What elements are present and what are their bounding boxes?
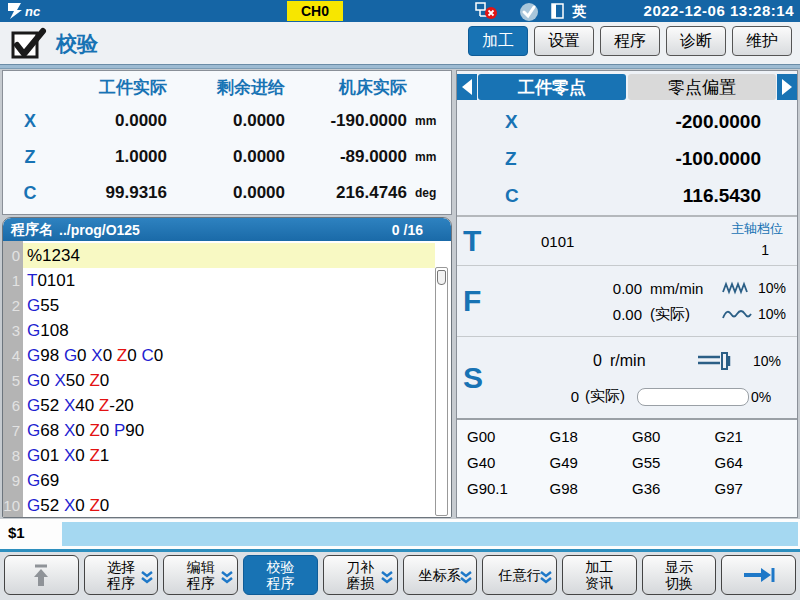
feed-row: F 0.00 mm/min 10% 0.00 (实际) 10% <box>457 265 797 336</box>
col-header-machine-actual: 机床实际 <box>291 76 413 99</box>
scrollbar-thumb[interactable] <box>437 270 446 285</box>
spindle-gear-value: 1 <box>731 242 783 258</box>
tool-row: T 0101 主轴档位 1 <box>457 215 797 265</box>
program-line-counter: 0 /16 <box>392 222 451 238</box>
program-line[interactable]: 0 %1234 <box>3 243 435 268</box>
program-line[interactable]: 1 T0101 <box>3 268 435 293</box>
mdi-input[interactable] <box>62 522 798 546</box>
datetime-display: 2022-12-06 13:28:14 <box>644 2 794 19</box>
svg-text:nc: nc <box>25 4 41 19</box>
modal-gcode: G97 <box>715 480 798 506</box>
tab-work-zero[interactable]: 工件零点 <box>478 74 626 100</box>
modal-gcode-panel: G00G18G80G21G40G49G55G64G90.1G98G36G97 <box>457 418 797 517</box>
softkey-return[interactable] <box>4 555 79 595</box>
spindle-override-icon <box>696 352 740 370</box>
program-path: ../prog/O125 <box>53 222 140 238</box>
modal-gcode: G21 <box>715 428 798 454</box>
feed-letter: F <box>457 284 507 318</box>
spindle-letter: S <box>457 361 507 395</box>
title-bar: 校验 加工设置程序诊断维护 <box>0 22 800 64</box>
program-name-label: 程序名 <box>3 221 53 239</box>
verify-check-icon <box>10 27 48 65</box>
col-header-work-actual: 工件实际 <box>57 76 173 99</box>
program-line[interactable]: 7 G68 X0 Z0 P90 <box>3 418 435 443</box>
chevron-down-icon <box>220 571 234 589</box>
program-line[interactable]: 8 G01 X0 Z1 <box>3 443 435 468</box>
spindle-gear-label: 主轴档位 <box>731 220 783 238</box>
softkey-bar: 选择程序 编辑程序 校验程序刀补磨损 坐标系 任意行 加工资讯显示切换 <box>0 552 800 600</box>
ime-indicator-icon <box>551 3 564 23</box>
feed-line: 0.00 mm/min 10% <box>507 275 800 301</box>
zero-row-Z: Z -100.0000 <box>457 140 797 177</box>
feed-override-percent: 10% <box>758 280 800 296</box>
program-line[interactable]: 5 G0 X50 Z0 <box>3 368 435 393</box>
command-bar: $1 <box>0 519 800 549</box>
modal-gcode: G64 <box>715 454 798 480</box>
chevron-down-icon <box>539 571 553 589</box>
feed-actual-wave-icon <box>722 307 758 321</box>
spindle-gear-block: 主轴档位 1 <box>731 220 783 258</box>
modal-gcode: G00 <box>467 428 550 454</box>
spindle-load-percent: 0% <box>749 389 771 405</box>
tab-zero-offset[interactable]: 零点偏置 <box>628 74 776 100</box>
modal-gcode: G90.1 <box>467 480 550 506</box>
channel-prompt: $1 <box>8 524 25 541</box>
program-line[interactable]: 6 G52 X40 Z-20 <box>3 393 435 418</box>
program-line[interactable]: 4 G98 G0 X0 Z0 C0 <box>3 343 435 368</box>
spindle-override-percent: 10% <box>753 353 797 369</box>
tab-diagnosis[interactable]: 诊断 <box>666 26 726 56</box>
position-row-C: C 99.9316 0.0000 216.4746 deg <box>3 175 451 211</box>
program-scrollbar[interactable] <box>435 267 448 516</box>
feed-override-percent: 10% <box>758 306 800 322</box>
channel-badge[interactable]: CH0 <box>287 1 343 21</box>
tab-maintenance[interactable]: 维护 <box>732 26 792 56</box>
page-title: 校验 <box>56 30 98 58</box>
softkey-tool-wear[interactable]: 刀补磨损 <box>323 555 398 595</box>
work-zero-values: X -200.0000 Z -100.0000 C 116.5430 <box>457 101 797 215</box>
col-header-remaining-feed: 剩余进给 <box>173 76 291 99</box>
softkey-select-program[interactable]: 选择程序 <box>84 555 159 595</box>
spindle-row: S 0 r/min 10% 0 (实际) 0% <box>457 336 797 418</box>
program-line[interactable]: 2 G55 <box>3 293 435 318</box>
right-triangle-icon <box>782 79 792 95</box>
chevron-down-icon <box>140 571 154 589</box>
modal-gcode: G80 <box>632 428 715 454</box>
tab-program[interactable]: 程序 <box>600 26 660 56</box>
program-line[interactable]: 9 G69 <box>3 468 435 493</box>
modal-gcode: G55 <box>632 454 715 480</box>
tab-settings[interactable]: 设置 <box>534 26 594 56</box>
offset-prev-arrow[interactable] <box>457 74 477 100</box>
position-row-Z: Z 1.0000 0.0000 -89.0000 mm <box>3 139 451 175</box>
feed-rapid-wave-icon <box>722 281 758 295</box>
return-up-icon <box>27 561 55 589</box>
softkey-machining-info[interactable]: 加工资讯 <box>562 555 637 595</box>
program-header: 程序名 ../prog/O125 0 /16 <box>3 218 451 241</box>
modal-gcode: G40 <box>467 454 550 480</box>
softkey-verify-program[interactable]: 校验程序 <box>243 555 318 595</box>
softkey-next[interactable] <box>721 555 796 595</box>
zero-row-X: X -200.0000 <box>457 103 797 140</box>
brand-logo-icon: nc <box>6 2 98 24</box>
offset-next-arrow[interactable] <box>777 74 797 100</box>
tab-machining[interactable]: 加工 <box>468 26 528 56</box>
network-disconnected-icon <box>473 2 499 24</box>
position-header-row: 工件实际 剩余进给 机床实际 <box>3 71 451 103</box>
program-line[interactable]: 10 G52 X0 Z0 <box>3 493 435 518</box>
spindle-actual-value: 0 <box>507 388 579 405</box>
next-right-icon <box>742 566 776 584</box>
header-separator <box>0 64 800 69</box>
left-triangle-icon <box>462 79 472 95</box>
chevron-down-icon <box>459 571 473 589</box>
modal-gcode: G98 <box>550 480 633 506</box>
zero-row-C: C 116.5430 <box>457 177 797 214</box>
position-row-X: X 0.0000 0.0000 -190.0000 mm <box>3 103 451 139</box>
program-line[interactable]: 3 G108 <box>3 318 435 343</box>
modal-gcode: G49 <box>550 454 633 480</box>
offset-tabs-row: 工件零点零点偏置 <box>457 71 797 101</box>
language-indicator[interactable]: 英 <box>572 3 586 21</box>
softkey-any-line[interactable]: 任意行 <box>482 555 557 595</box>
softkey-coordinate-system[interactable]: 坐标系 <box>403 555 478 595</box>
softkey-edit-program[interactable]: 编辑程序 <box>163 555 238 595</box>
program-panel: 程序名 ../prog/O125 0 /16 0 %1234 1 T0101 2… <box>2 217 452 518</box>
softkey-display-switch[interactable]: 显示切换 <box>642 555 717 595</box>
